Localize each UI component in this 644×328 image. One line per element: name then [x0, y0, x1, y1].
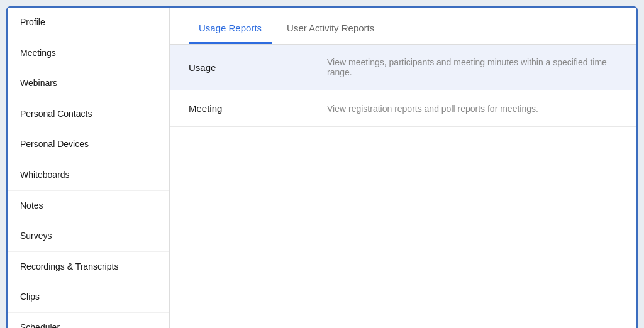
sidebar-item-label: Surveys	[20, 231, 52, 241]
sidebar-item-scheduler[interactable]: Scheduler	[8, 313, 169, 328]
tab-usage-reports[interactable]: Usage Reports	[189, 14, 272, 44]
sidebar-item-label: Meetings	[20, 48, 56, 58]
sidebar-item-label: Clips	[20, 292, 40, 302]
sidebar-item-meetings[interactable]: Meetings	[8, 38, 169, 69]
sidebar-item-label: Notes	[20, 200, 43, 210]
report-description: View meetings, participants and meeting …	[327, 57, 618, 77]
sidebar-item-surveys[interactable]: Surveys	[8, 221, 169, 252]
sidebar-item-label: Personal Devices	[20, 139, 89, 149]
sidebar-item-notes[interactable]: Notes	[8, 191, 169, 222]
app-container: ProfileMeetingsWebinarsPersonal Contacts…	[6, 6, 638, 328]
tab-user-activity-reports[interactable]: User Activity Reports	[277, 14, 384, 44]
sidebar-item-label: Whiteboards	[20, 170, 70, 180]
content-area: UsageView meetings, participants and mee…	[170, 45, 636, 328]
sidebar-item-label: Scheduler	[20, 322, 60, 328]
sidebar-item-profile[interactable]: Profile	[8, 8, 169, 38]
report-row-meeting[interactable]: MeetingView registration reports and pol…	[170, 90, 636, 127]
sidebar-item-label: Webinars	[20, 78, 57, 88]
sidebar-item-webinars[interactable]: Webinars	[8, 68, 169, 99]
report-row-usage[interactable]: UsageView meetings, participants and mee…	[170, 45, 636, 90]
report-description: View registration reports and poll repor…	[327, 104, 538, 114]
sidebar-item-label: Profile	[20, 17, 45, 27]
sidebar: ProfileMeetingsWebinarsPersonal Contacts…	[8, 8, 170, 328]
report-name: Usage	[189, 62, 302, 73]
sidebar-item-personal-devices[interactable]: Personal Devices	[8, 129, 169, 160]
report-name: Meeting	[189, 103, 302, 114]
tabs-header: Usage ReportsUser Activity Reports	[170, 8, 636, 45]
sidebar-item-whiteboards[interactable]: Whiteboards	[8, 160, 169, 191]
sidebar-item-personal-contacts[interactable]: Personal Contacts	[8, 99, 169, 130]
sidebar-item-label: Personal Contacts	[20, 109, 92, 119]
main-content: Usage ReportsUser Activity Reports Usage…	[170, 8, 636, 328]
sidebar-item-label: Recordings & Transcripts	[20, 261, 118, 271]
sidebar-item-clips[interactable]: Clips	[8, 282, 169, 313]
sidebar-item-recordings--transcripts[interactable]: Recordings & Transcripts	[8, 252, 169, 283]
